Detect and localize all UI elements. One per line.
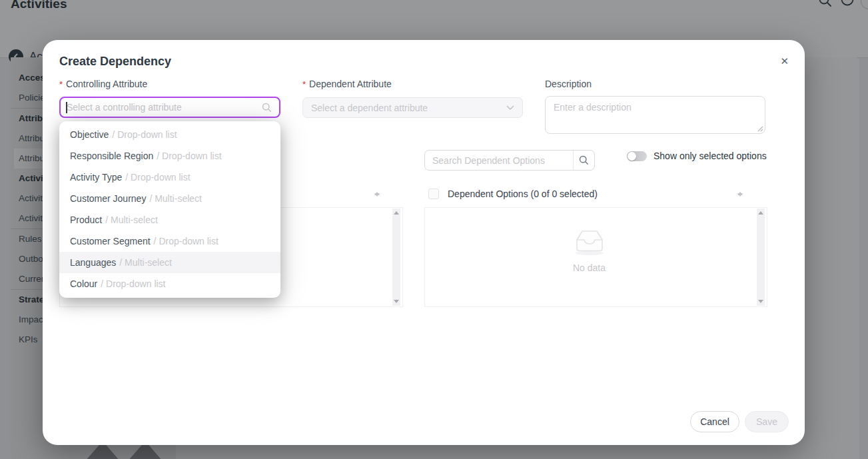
controlling-attribute-label: * Controlling Attribute bbox=[59, 79, 147, 89]
dependent-attribute-label: * Dependent Attribute bbox=[302, 79, 392, 89]
sort-icon[interactable] bbox=[737, 189, 743, 199]
required-marker: * bbox=[59, 79, 63, 89]
description-label: Description bbox=[545, 79, 592, 89]
dropdown-option[interactable]: Customer Journey / Multi-select bbox=[59, 188, 280, 209]
scrollbar[interactable] bbox=[392, 209, 400, 306]
save-button[interactable]: Save bbox=[745, 411, 789, 432]
show-selected-toggle[interactable] bbox=[627, 151, 647, 161]
option-type: / Multi-select bbox=[119, 257, 172, 268]
option-type: / Drop-down list bbox=[125, 172, 190, 183]
scroll-down-icon[interactable] bbox=[758, 300, 763, 303]
controlling-attribute-input-wrapper bbox=[59, 97, 280, 118]
dependent-options-count: Dependent Options (0 of 0 selected) bbox=[448, 189, 598, 199]
option-type: / Drop-down list bbox=[154, 236, 218, 246]
close-icon[interactable]: ✕ bbox=[780, 56, 789, 66]
search-icon bbox=[579, 155, 589, 165]
search-button[interactable] bbox=[573, 151, 594, 170]
option-name: Languages bbox=[70, 257, 116, 268]
toggle-knob bbox=[628, 152, 636, 161]
option-name: Colour bbox=[70, 278, 97, 289]
option-type: / Multi-select bbox=[149, 193, 202, 204]
dependent-options-list: No data bbox=[424, 207, 767, 307]
sort-icon[interactable] bbox=[374, 189, 380, 199]
option-name: Activity Type bbox=[70, 172, 122, 183]
dropdown-option[interactable]: Product / Multi-select bbox=[59, 209, 280, 230]
dropdown-option[interactable]: Languages / Multi-select bbox=[59, 252, 280, 273]
text-caret bbox=[66, 102, 67, 113]
cancel-button[interactable]: Cancel bbox=[690, 411, 739, 432]
dependent-options-header: Dependent Options (0 of 0 selected) bbox=[424, 186, 767, 202]
show-selected-toggle-row: Show only selected options bbox=[627, 149, 767, 163]
dropdown-option[interactable]: Colour / Drop-down list bbox=[59, 273, 280, 294]
option-name: Objective bbox=[70, 129, 109, 140]
no-data-text: No data bbox=[573, 262, 606, 273]
dropdown-option[interactable]: Customer Segment / Drop-down list bbox=[59, 230, 280, 252]
required-marker: * bbox=[302, 79, 306, 89]
description-textarea[interactable] bbox=[545, 96, 765, 134]
dependent-attribute-select[interactable]: Select a dependent attribute bbox=[302, 97, 523, 118]
option-name: Customer Journey bbox=[70, 193, 146, 204]
option-name: Customer Segment bbox=[70, 236, 151, 246]
scrollbar[interactable] bbox=[757, 209, 765, 306]
dropdown-option[interactable]: Responsible Region / Drop-down list bbox=[59, 145, 280, 167]
toggle-label: Show only selected options bbox=[653, 151, 767, 161]
dropdown-option[interactable]: Activity Type / Drop-down list bbox=[59, 167, 280, 188]
option-name: Product bbox=[70, 215, 102, 225]
option-type: / Multi-select bbox=[105, 215, 158, 225]
option-type: / Drop-down list bbox=[101, 278, 165, 289]
chevron-down-icon bbox=[506, 105, 514, 111]
scroll-up-icon[interactable] bbox=[758, 211, 763, 215]
controlling-attribute-input[interactable] bbox=[61, 102, 262, 113]
select-all-checkbox[interactable] bbox=[428, 189, 439, 199]
empty-state: No data bbox=[425, 227, 753, 273]
option-type: / Drop-down list bbox=[157, 151, 221, 161]
dependent-options-search bbox=[424, 150, 595, 171]
search-icon bbox=[262, 103, 272, 113]
scroll-up-icon[interactable] bbox=[394, 211, 399, 215]
option-type: / Drop-down list bbox=[112, 129, 177, 140]
scroll-down-icon[interactable] bbox=[394, 300, 399, 303]
dropdown-option[interactable]: Objective / Drop-down list bbox=[59, 124, 280, 145]
controlling-attribute-dropdown: Objective / Drop-down list Responsible R… bbox=[59, 121, 280, 298]
dependent-options-search-input[interactable] bbox=[425, 151, 573, 170]
empty-box-icon bbox=[573, 227, 606, 256]
modal-title: Create Dependency bbox=[59, 55, 171, 69]
option-name: Responsible Region bbox=[70, 151, 153, 161]
